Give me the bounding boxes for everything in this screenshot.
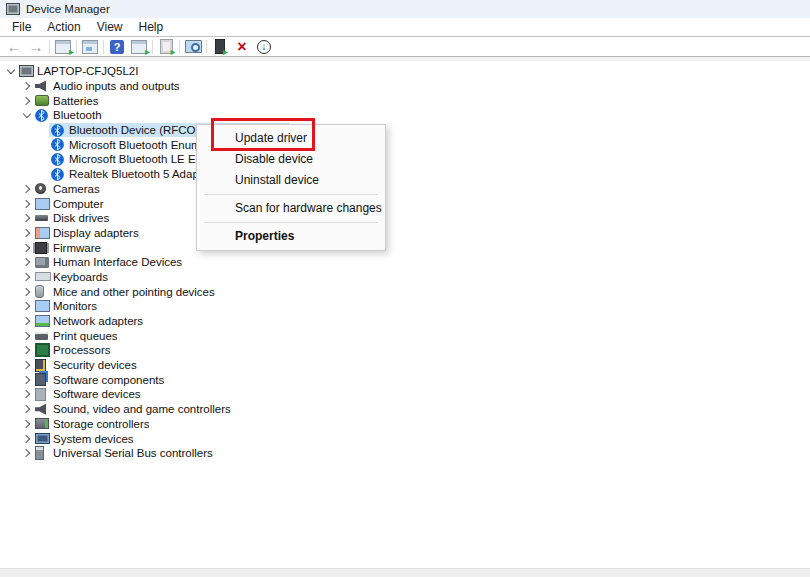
tree-item-content[interactable]: System devices <box>33 431 138 446</box>
tree-item-label: Software devices <box>53 388 141 400</box>
tree-item-content[interactable]: Batteries <box>33 93 102 108</box>
tree-item-storage-controllers[interactable]: Storage controllers <box>0 417 810 432</box>
chevron-right-icon[interactable] <box>21 331 29 339</box>
chevron-right-icon[interactable] <box>21 434 29 442</box>
chevron-right-icon[interactable] <box>21 317 29 325</box>
tree-item-mice-and-other-pointing-devices[interactable]: Mice and other pointing devices <box>0 284 810 299</box>
forward-icon[interactable]: → <box>25 38 47 56</box>
tree-item-network-adapters[interactable]: Network adapters <box>0 314 810 329</box>
tree-item-software-devices[interactable]: Software devices <box>0 387 810 402</box>
tree-item-universal-serial-bus-controllers[interactable]: Universal Serial Bus controllers <box>0 446 810 461</box>
tree-item-content[interactable]: Bluetooth <box>33 108 106 123</box>
chevron-right-icon[interactable] <box>21 361 29 369</box>
toolbar-separator <box>152 40 153 54</box>
toolbar-separator <box>206 40 207 54</box>
chevron-slot <box>20 201 33 207</box>
tree-item-content[interactable]: Display adapters <box>33 226 143 241</box>
tree-item-microsoft-bluetooth-le-enumerator[interactable]: Microsoft Bluetooth LE Enumerator <box>0 152 810 167</box>
chevron-right-icon[interactable] <box>21 185 29 193</box>
tree-item-content[interactable]: Mice and other pointing devices <box>33 284 219 299</box>
tree-item-content[interactable]: Processors <box>33 343 115 358</box>
tree-item-display-adapters[interactable]: Display adapters <box>0 226 810 241</box>
tree-item-content[interactable]: Human Interface Devices <box>33 255 186 270</box>
menu-view[interactable]: View <box>89 19 131 35</box>
tree-item-content[interactable]: Network adapters <box>33 314 147 329</box>
chevron-right-icon[interactable] <box>21 229 29 237</box>
tree-item-cameras[interactable]: Cameras <box>0 182 810 197</box>
tree-item-content[interactable]: Sound, video and game controllers <box>33 402 235 417</box>
update-driver-icon[interactable]: ▸ <box>209 38 231 56</box>
tree-item-monitors[interactable]: Monitors <box>0 299 810 314</box>
chevron-right-icon[interactable] <box>21 82 29 90</box>
context-menu-item-scan-for-hardware-changes[interactable]: Scan for hardware changes <box>197 198 385 219</box>
menu-bar: FileActionViewHelp <box>0 18 810 36</box>
chevron-right-icon[interactable] <box>21 390 29 398</box>
chevron-right-icon[interactable] <box>21 420 29 428</box>
tree-item-processors[interactable]: Processors <box>0 343 810 358</box>
chevron-down-icon[interactable] <box>22 110 30 118</box>
tree-item-print-queues[interactable]: Print queues <box>0 328 810 343</box>
tree-item-content[interactable]: Realtek Bluetooth 5 Adapter <box>49 167 216 182</box>
tree-item-keyboards[interactable]: Keyboards <box>0 270 810 285</box>
tree-item-disk-drives[interactable]: Disk drives <box>0 211 810 226</box>
tree-item-content[interactable]: Software components <box>33 372 168 387</box>
tree-item-content[interactable]: Security devices <box>33 358 141 373</box>
tree-item-audio-inputs-and-outputs[interactable]: Audio inputs and outputs <box>0 79 810 94</box>
tree-item-content[interactable]: Keyboards <box>33 270 112 285</box>
chevron-right-icon[interactable] <box>21 405 29 413</box>
tree-item-software-components[interactable]: Software components <box>0 372 810 387</box>
menu-action[interactable]: Action <box>39 19 88 35</box>
help-icon[interactable]: ? <box>106 38 128 56</box>
context-menu-item-properties[interactable]: Properties <box>197 226 385 247</box>
chevron-right-icon[interactable] <box>21 258 29 266</box>
chevron-right-icon[interactable] <box>21 287 29 295</box>
sound-icon <box>35 404 50 415</box>
tree-item-content[interactable]: Print queues <box>33 328 122 343</box>
tree-item-content[interactable]: Computer <box>33 196 108 211</box>
menu-file[interactable]: File <box>4 19 39 35</box>
tree-item-realtek-bluetooth-5-adapter[interactable]: Realtek Bluetooth 5 Adapter <box>0 167 810 182</box>
chevron-right-icon[interactable] <box>21 96 29 104</box>
scan-for-hardware-changes-icon[interactable] <box>182 38 204 56</box>
tree-item-human-interface-devices[interactable]: Human Interface Devices <box>0 255 810 270</box>
chevron-right-icon[interactable] <box>21 243 29 251</box>
tree-item-content[interactable]: Disk drives <box>33 211 113 226</box>
tree-item-content[interactable]: Software devices <box>33 387 145 402</box>
export-list-icon[interactable]: ▸ <box>128 38 150 56</box>
back-icon[interactable]: ← <box>3 38 25 56</box>
chevron-right-icon[interactable] <box>21 199 29 207</box>
tree-item-content[interactable]: Audio inputs and outputs <box>33 79 184 94</box>
tree-item-microsoft-bluetooth-enumerator[interactable]: Microsoft Bluetooth Enumerator <box>0 137 810 152</box>
refresh-icon[interactable]: ▸ <box>155 38 177 56</box>
toolbar: ←→▸?▸▸▸×↓ <box>0 36 810 57</box>
tree-item-security-devices[interactable]: Security devices <box>0 358 810 373</box>
chevron-right-icon[interactable] <box>21 376 29 384</box>
uninstall-device-icon[interactable]: × <box>231 38 253 56</box>
tree-item-content[interactable]: Firmware <box>33 240 105 255</box>
chevron-right-icon[interactable] <box>21 302 29 310</box>
tree-item-content[interactable]: LAPTOP-CFJQ5L2I <box>17 64 142 79</box>
tree-item-firmware[interactable]: Firmware <box>0 240 810 255</box>
context-menu-item-uninstall-device[interactable]: Uninstall device <box>197 170 385 191</box>
tree-item-content[interactable]: Cameras <box>33 182 104 197</box>
context-menu-item-disable-device[interactable]: Disable device <box>197 149 385 170</box>
tree-item-laptop-cfjq5l2i[interactable]: LAPTOP-CFJQ5L2I <box>0 64 810 79</box>
chevron-right-icon[interactable] <box>21 346 29 354</box>
menu-help[interactable]: Help <box>131 19 172 35</box>
tree-item-content[interactable]: Universal Serial Bus controllers <box>33 446 217 461</box>
tree-item-content[interactable]: Storage controllers <box>33 417 154 432</box>
tree-item-content[interactable]: Monitors <box>33 299 101 314</box>
tree-item-bluetooth[interactable]: Bluetooth <box>0 108 810 123</box>
tree-item-batteries[interactable]: Batteries <box>0 93 810 108</box>
chevron-right-icon[interactable] <box>21 449 29 457</box>
disable-device-icon[interactable]: ↓ <box>253 38 275 56</box>
tree-item-computer[interactable]: Computer <box>0 196 810 211</box>
chevron-right-icon[interactable] <box>21 214 29 222</box>
chevron-down-icon[interactable] <box>6 66 14 74</box>
tree-item-system-devices[interactable]: System devices <box>0 431 810 446</box>
show-hide-console-tree-icon[interactable]: ▸ <box>52 38 74 56</box>
tree-item-sound-video-and-game-controllers[interactable]: Sound, video and game controllers <box>0 402 810 417</box>
chevron-right-icon[interactable] <box>21 273 29 281</box>
properties-icon[interactable] <box>79 38 101 56</box>
tree-item-bluetooth-device-rfcomm-protocol-tdi[interactable]: Bluetooth Device (RFCOMM Protocol TDI) <box>0 123 810 138</box>
